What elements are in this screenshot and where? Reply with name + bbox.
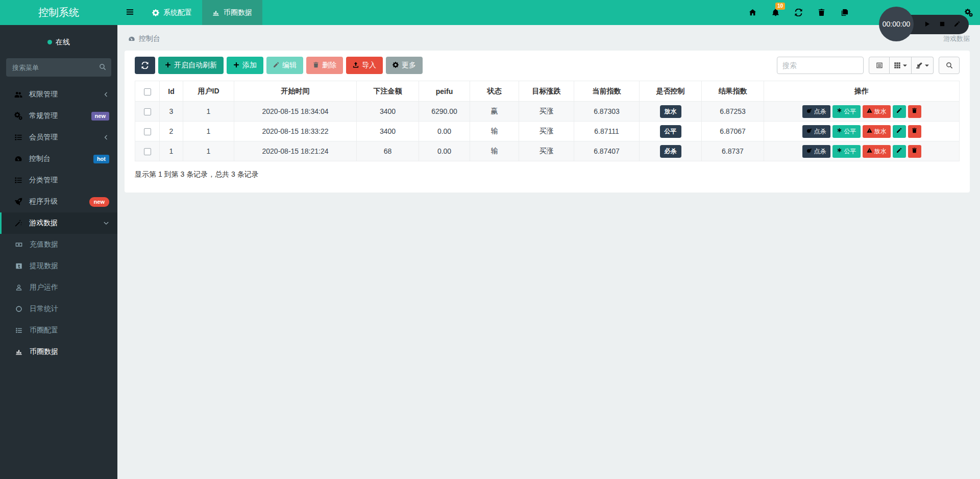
sidebar-subitem-withdraw-data[interactable]: 提现数据 xyxy=(0,255,117,277)
refresh-icon xyxy=(141,62,149,69)
sidebar-item-general[interactable]: 常规管理 new xyxy=(0,105,117,127)
play-icon[interactable] xyxy=(924,20,930,29)
data-table: Id 用户ID 开始时间 下注金额 peifu 状态 目标涨跌 当前指数 是否控… xyxy=(135,81,960,161)
search-toggle-button[interactable] xyxy=(939,57,960,74)
view-button-group xyxy=(869,57,934,74)
fair-button[interactable]: 公平 xyxy=(832,105,861,118)
sidebar-subitem-coin-config[interactable]: 币圈配置 xyxy=(0,320,117,341)
detail-view-button[interactable] xyxy=(869,57,890,74)
trash-icon[interactable] xyxy=(818,9,825,16)
sidebar-subitem-user-operation[interactable]: 用户运作 xyxy=(0,277,117,298)
row-delete-button[interactable] xyxy=(908,105,921,118)
row-delete-button[interactable] xyxy=(908,125,921,138)
row-delete-button[interactable] xyxy=(908,145,921,158)
refresh-icon[interactable] xyxy=(795,9,802,16)
edit-timer-icon[interactable] xyxy=(954,20,960,29)
release-button[interactable]: 放水 xyxy=(863,125,891,138)
table-row: 3 1 2020-08-15 18:34:04 3400 6290.00 赢 买… xyxy=(135,102,960,122)
detail-view-icon xyxy=(876,62,883,69)
column-header: 开始时间 xyxy=(234,81,357,102)
kill-button[interactable]: 点杀 xyxy=(802,105,830,118)
circle-icon xyxy=(15,305,26,313)
release-button[interactable]: 放水 xyxy=(863,105,891,118)
caret-down-icon xyxy=(925,64,929,67)
sidebar-item-categories[interactable]: 分类管理 xyxy=(0,170,117,191)
plus-icon xyxy=(165,61,171,69)
column-header: 用户ID xyxy=(183,81,234,102)
new-badge: new xyxy=(91,112,109,121)
kill-button[interactable]: 点杀 xyxy=(802,145,830,158)
more-button[interactable]: 更多 xyxy=(386,57,423,74)
t-card-icon xyxy=(15,262,26,270)
auto-refresh-button[interactable]: 开启自动刷新 xyxy=(158,57,224,74)
timer-display[interactable]: 00:00:00 xyxy=(879,7,914,41)
clear-cache-icon[interactable] xyxy=(841,9,848,16)
control-badge: 放水 xyxy=(660,105,681,118)
row-actions: 点杀 公平 放水 xyxy=(764,145,959,158)
sidebar-item-permissions[interactable]: 权限管理 xyxy=(0,84,117,105)
bar-chart-icon xyxy=(15,348,26,355)
refresh-button[interactable] xyxy=(135,57,155,74)
sidebar-search-input[interactable] xyxy=(6,58,111,77)
column-header: 操作 xyxy=(764,81,960,102)
tab-system-config[interactable]: 系统配置 xyxy=(142,0,202,25)
user-outline-icon xyxy=(15,284,26,291)
kill-button[interactable]: 点杀 xyxy=(802,125,830,138)
fair-button[interactable]: 公平 xyxy=(832,145,861,158)
gear-icon xyxy=(152,9,159,16)
tab-coin-data[interactable]: 币圈数据 xyxy=(202,0,262,25)
trash-icon xyxy=(313,61,319,69)
row-edit-button[interactable] xyxy=(893,105,906,118)
online-status: 在线 xyxy=(0,25,117,57)
bar-chart-icon xyxy=(212,9,219,16)
table-search-input[interactable] xyxy=(777,57,864,74)
bell-icon[interactable]: 10 xyxy=(772,9,779,16)
sidebar-item-console[interactable]: 控制台 hot xyxy=(0,148,117,170)
release-button[interactable]: 放水 xyxy=(863,145,891,158)
sidebar-item-members[interactable]: 会员管理 xyxy=(0,127,117,148)
home-icon[interactable] xyxy=(749,9,756,16)
asterisk-icon xyxy=(837,148,842,155)
data-panel: 开启自动刷新 添加 编辑 删除 导入 更多 xyxy=(125,51,970,193)
magic-wand-icon xyxy=(14,219,24,227)
stop-icon[interactable] xyxy=(939,20,945,29)
column-header: 结果指数 xyxy=(702,81,764,102)
toolbar-right xyxy=(777,57,960,74)
sidebar-subitem-coin-data[interactable]: 币圈数据 xyxy=(0,341,117,363)
select-all-checkbox[interactable] xyxy=(144,88,151,95)
gear-icon xyxy=(393,61,399,69)
sidebar-item-game-data[interactable]: 游戏数据 xyxy=(0,212,117,234)
sidebar-item-upgrade[interactable]: 程序升级 new xyxy=(0,191,117,212)
new-badge: new xyxy=(89,197,109,207)
plus-icon xyxy=(233,61,239,69)
add-button[interactable]: 添加 xyxy=(227,57,263,74)
users-icon xyxy=(14,90,24,99)
app-brand: 控制系统 xyxy=(0,0,117,25)
sidebar-subitem-daily-stats[interactable]: 日常统计 xyxy=(0,298,117,320)
export-button[interactable] xyxy=(912,57,934,74)
pencil-icon xyxy=(896,128,902,135)
row-actions: 点杀 公平 放水 xyxy=(764,105,959,118)
asterisk-icon xyxy=(837,128,842,135)
pencil-icon xyxy=(896,108,902,115)
edit-button[interactable]: 编辑 xyxy=(266,57,303,74)
cogs-icon xyxy=(14,112,24,120)
column-header: 是否控制 xyxy=(640,81,702,102)
row-checkbox[interactable] xyxy=(144,148,151,155)
row-edit-button[interactable] xyxy=(893,145,906,158)
sidebar-toggle-button[interactable] xyxy=(117,0,142,25)
bomb-icon xyxy=(806,148,812,155)
sidebar-subitem-recharge-data[interactable]: 充值数据 xyxy=(0,234,117,255)
pencil-icon xyxy=(896,148,902,155)
column-header: 目标涨跌 xyxy=(519,81,574,102)
fair-button[interactable]: 公平 xyxy=(832,125,861,138)
row-checkbox[interactable] xyxy=(144,108,151,115)
pagination-summary: 显示第 1 到第 3 条记录，总共 3 条记录 xyxy=(135,170,960,179)
row-checkbox[interactable] xyxy=(144,128,151,135)
notification-count-badge: 10 xyxy=(775,3,785,10)
row-edit-button[interactable] xyxy=(893,125,906,138)
columns-button[interactable] xyxy=(890,57,912,74)
rocket-icon xyxy=(14,198,24,206)
delete-button[interactable]: 删除 xyxy=(306,57,343,74)
import-button[interactable]: 导入 xyxy=(346,57,383,74)
